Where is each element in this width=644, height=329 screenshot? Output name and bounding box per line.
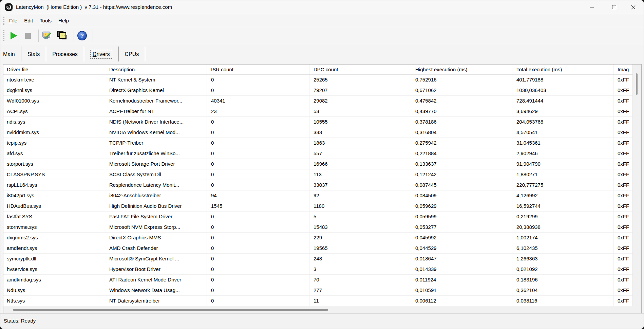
cell-driver-file[interactable]: tcpip.sys bbox=[3, 138, 105, 148]
cell-driver-file[interactable]: amdfendr.sys bbox=[3, 243, 105, 253]
column-header-description[interactable]: Description bbox=[105, 65, 207, 74]
cell-highest-execution[interactable]: 0,010591 bbox=[412, 285, 512, 295]
cell-isr-count[interactable]: 0 bbox=[207, 169, 309, 180]
cell-highest-execution[interactable]: 0,018647 bbox=[412, 254, 512, 264]
cell-driver-file[interactable]: rspLLL64.sys bbox=[3, 180, 105, 190]
tab-cpus[interactable]: CPUs bbox=[119, 44, 145, 65]
table-row[interactable]: ndis.sys NDIS (Network Driver Interface.… bbox=[3, 117, 632, 127]
cell-total-execution[interactable]: 16,592744 bbox=[512, 201, 613, 211]
cell-dpc-count[interactable]: 10555 bbox=[309, 117, 412, 127]
table-row[interactable]: rspLLL64.sys Resplendence Latency Monit.… bbox=[3, 180, 632, 190]
menu-help[interactable]: Help bbox=[55, 14, 72, 27]
minimize-button[interactable] bbox=[584, 0, 600, 14]
cell-total-execution[interactable]: 1030,036403 bbox=[512, 85, 613, 95]
vertical-scrollbar-thumb[interactable] bbox=[636, 73, 638, 95]
cell-isr-count[interactable]: 40341 bbox=[207, 96, 309, 106]
cell-isr-count[interactable]: 0 bbox=[207, 138, 309, 148]
cell-highest-execution[interactable]: 0,087445 bbox=[412, 180, 512, 190]
cell-isr-count[interactable]: 0 bbox=[207, 159, 309, 169]
cell-isr-count[interactable]: 1545 bbox=[207, 201, 309, 211]
cell-dpc-count[interactable]: 11 bbox=[309, 296, 412, 306]
column-header-isr-count[interactable]: ISR count bbox=[207, 65, 309, 74]
cell-total-execution[interactable]: 0,219299 bbox=[512, 212, 613, 222]
cell-isr-count[interactable]: 0 bbox=[207, 148, 309, 159]
cell-isr-count[interactable]: 0 bbox=[207, 117, 309, 127]
cell-image-base[interactable]: 0xFF bbox=[613, 180, 632, 190]
cell-highest-execution[interactable]: 0,378186 bbox=[412, 117, 512, 127]
cell-isr-count[interactable]: 0 bbox=[207, 180, 309, 190]
menubar-gripper[interactable] bbox=[3, 17, 4, 25]
table-row[interactable]: hvservice.sys Hypervisor Boot Driver 0 3… bbox=[3, 264, 632, 275]
cell-description[interactable]: Fast FAT File System Driver bbox=[105, 212, 207, 222]
cell-driver-file[interactable]: i8042prt.sys bbox=[3, 190, 105, 201]
cell-highest-execution[interactable]: 0,316804 bbox=[412, 127, 512, 138]
cell-highest-execution[interactable]: 0,006112 bbox=[412, 296, 512, 306]
cell-total-execution[interactable]: 0,183196 bbox=[512, 275, 613, 285]
menu-tools[interactable]: Tools bbox=[36, 14, 55, 27]
cell-total-execution[interactable]: 0,038116 bbox=[512, 296, 613, 306]
options-button[interactable] bbox=[41, 30, 53, 41]
cell-highest-execution[interactable]: 0,752916 bbox=[412, 75, 512, 85]
cell-description[interactable]: Microsoft Storage Port Driver bbox=[105, 159, 207, 169]
cell-description[interactable]: Windows Network Data Usag... bbox=[105, 285, 207, 295]
close-button[interactable] bbox=[625, 0, 641, 14]
cell-highest-execution[interactable]: 0,275942 bbox=[412, 138, 512, 148]
cell-image-base[interactable]: 0xFF bbox=[613, 190, 632, 201]
cell-driver-file[interactable]: Wdf01000.sys bbox=[3, 96, 105, 106]
table-row[interactable]: CLASSPNP.SYS SCSI Class System Dll 0 113… bbox=[3, 169, 632, 180]
cell-isr-count[interactable]: 0 bbox=[207, 296, 309, 306]
tab-drivers[interactable]: Drivers bbox=[84, 44, 118, 65]
cell-image-base[interactable]: 0xFF bbox=[613, 75, 632, 85]
table-row[interactable]: Wdf01000.sys Kernelmodustreiber-Framewor… bbox=[3, 96, 632, 106]
tab-main[interactable]: Main bbox=[0, 44, 21, 65]
table-row[interactable]: amdfendr.sys AMD Crash Defender 0 19565 … bbox=[3, 243, 632, 254]
cell-image-base[interactable]: 0xFF bbox=[613, 212, 632, 222]
tab-processes[interactable]: Processes bbox=[46, 44, 84, 65]
cell-driver-file[interactable]: nvlddmkm.sys bbox=[3, 127, 105, 138]
cell-image-base[interactable]: 0xFF bbox=[613, 243, 632, 253]
cell-dpc-count[interactable]: 3 bbox=[309, 264, 412, 274]
cell-image-base[interactable]: 0xFF bbox=[613, 296, 632, 306]
cell-image-base[interactable]: 0xFF bbox=[613, 85, 632, 95]
cell-isr-count[interactable]: 0 bbox=[207, 233, 309, 243]
cell-highest-execution[interactable]: 0,044529 bbox=[412, 243, 512, 253]
cell-isr-count[interactable]: 94 bbox=[207, 190, 309, 201]
table-row[interactable]: i8042prt.sys i8042-Anschlusstreiber 94 9… bbox=[3, 190, 632, 201]
cell-driver-file[interactable]: HDAudBus.sys bbox=[3, 201, 105, 211]
cell-driver-file[interactable]: fastfat.SYS bbox=[3, 212, 105, 222]
cell-dpc-count[interactable]: 70 bbox=[309, 275, 412, 285]
cell-total-execution[interactable]: 31,045361 bbox=[512, 138, 613, 148]
cell-driver-file[interactable]: symcryptk.dll bbox=[3, 254, 105, 264]
cell-highest-execution[interactable]: 0,011924 bbox=[412, 275, 512, 285]
cell-highest-execution[interactable]: 0,059599 bbox=[412, 212, 512, 222]
cell-dpc-count[interactable]: 229 bbox=[309, 233, 412, 243]
cell-dpc-count[interactable]: 1180 bbox=[309, 201, 412, 211]
cell-dpc-count[interactable]: 277 bbox=[309, 285, 412, 295]
cell-total-execution[interactable]: 728,491444 bbox=[512, 96, 613, 106]
tab-stats[interactable]: Stats bbox=[21, 44, 46, 65]
column-header-driver-file[interactable]: Driver file bbox=[3, 65, 105, 74]
cell-dpc-count[interactable]: 333 bbox=[309, 127, 412, 138]
stop-button[interactable] bbox=[22, 30, 34, 41]
table-row[interactable]: ACPI.sys ACPI-Treiber für NT 23 53 0,439… bbox=[3, 106, 632, 117]
cell-dpc-count[interactable]: 1863 bbox=[309, 138, 412, 148]
start-button[interactable] bbox=[8, 30, 19, 41]
cell-description[interactable]: Resplendence Latency Monit... bbox=[105, 180, 207, 190]
cell-total-execution[interactable]: 204,053768 bbox=[512, 117, 613, 127]
cell-isr-count[interactable]: 0 bbox=[207, 75, 309, 85]
cell-highest-execution[interactable]: 0,014339 bbox=[412, 264, 512, 274]
cell-total-execution[interactable]: 1,002174 bbox=[512, 233, 613, 243]
cell-description[interactable]: High Definition Audio Bus Driver bbox=[105, 201, 207, 211]
cell-total-execution[interactable]: 4,570541 bbox=[512, 127, 613, 138]
cell-total-execution[interactable]: 1,266363 bbox=[512, 254, 613, 264]
table-row[interactable]: Ntfs.sys NT-Dateisystemtreiber 0 11 0,00… bbox=[3, 296, 632, 306]
cell-description[interactable]: DirectX Graphics MMS bbox=[105, 233, 207, 243]
cell-description[interactable]: Treiber für zusätzliche WinSo... bbox=[105, 148, 207, 159]
cell-dpc-count[interactable]: 113 bbox=[309, 169, 412, 180]
table-row[interactable]: Ndu.sys Windows Network Data Usag... 0 2… bbox=[3, 285, 632, 296]
table-row[interactable]: dxgkrnl.sys DirectX Graphics Kernel 0 79… bbox=[3, 85, 632, 96]
cell-image-base[interactable]: 0xFF bbox=[613, 96, 632, 106]
cell-dpc-count[interactable]: 557 bbox=[309, 148, 412, 159]
toolbar-gripper[interactable] bbox=[3, 30, 4, 41]
cell-description[interactable]: ATI Radeon Kernel Mode Driver bbox=[105, 275, 207, 285]
